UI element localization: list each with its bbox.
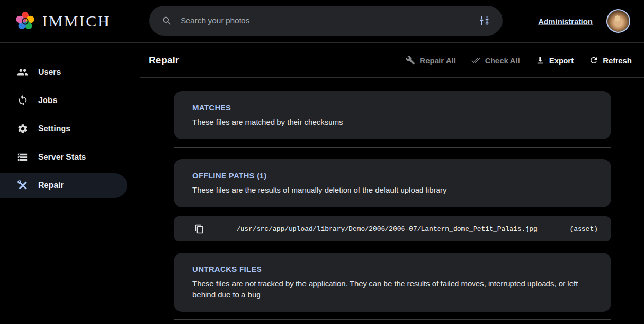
file-path: /usr/src/app/upload/library/Demo/2006/20… <box>204 225 569 233</box>
sync-icon <box>17 95 28 106</box>
untracked-files-title: UNTRACKS FILES <box>192 265 593 274</box>
matches-title: MATCHES <box>192 103 593 112</box>
sidebar-item-repair[interactable]: Repair <box>0 173 127 198</box>
sidebar-item-settings[interactable]: Settings <box>0 114 140 143</box>
offline-paths-title: OFFLINE PATHS (1) <box>192 171 593 180</box>
copy-path-button[interactable] <box>194 224 204 234</box>
main-panel: Repair Repair All Check All Export Refre… <box>140 43 644 324</box>
copy-icon <box>194 224 204 234</box>
section-divider <box>174 319 611 320</box>
sidebar-label: Repair <box>38 181 64 190</box>
double-check-icon <box>471 56 480 65</box>
section-divider <box>174 147 611 148</box>
matches-description: These files are matched by their checksu… <box>192 116 593 127</box>
refresh-icon <box>589 56 598 65</box>
sidebar-item-users[interactable]: Users <box>0 58 140 86</box>
search-filters-icon[interactable] <box>479 15 490 26</box>
sidebar-label: Server Stats <box>38 152 86 162</box>
check-all-button[interactable]: Check All <box>471 56 520 65</box>
top-bar: IMMICH Administration <box>0 0 644 43</box>
wrench-icon <box>406 56 415 65</box>
repair-all-button[interactable]: Repair All <box>406 56 455 65</box>
sidebar-item-jobs[interactable]: Jobs <box>0 86 140 114</box>
sidebar-label: Users <box>38 67 61 77</box>
page-title: Repair <box>149 55 179 66</box>
offline-path-row[interactable]: /usr/src/app/upload/library/Demo/2006/20… <box>174 216 611 241</box>
user-avatar[interactable] <box>606 9 630 33</box>
gear-icon <box>17 123 28 134</box>
sidebar-label: Settings <box>38 124 70 133</box>
tools-icon <box>17 180 28 191</box>
asset-tag: (asset) <box>569 225 598 233</box>
admin-sidebar: Users Jobs Settings Server Stats Repair <box>0 43 140 199</box>
server-icon <box>17 151 28 163</box>
immich-flower-icon <box>14 10 36 32</box>
administration-link[interactable]: Administration <box>538 17 593 26</box>
repair-content: MATCHES These files are matched by their… <box>140 78 644 320</box>
refresh-button[interactable]: Refresh <box>589 56 632 65</box>
offline-paths-description: These files are the results of manually … <box>192 184 593 195</box>
untracked-files-description: These files are not tracked by the appli… <box>192 278 593 300</box>
sidebar-item-server-stats[interactable]: Server Stats <box>0 143 140 171</box>
offline-paths-card: OFFLINE PATHS (1) These files are the re… <box>174 159 611 207</box>
immich-logo[interactable]: IMMICH <box>14 10 111 32</box>
brand-title: IMMICH <box>42 12 111 30</box>
page-header: Repair Repair All Check All Export Refre… <box>140 43 644 78</box>
users-icon <box>17 66 28 78</box>
sidebar-label: Jobs <box>38 96 57 105</box>
search-input[interactable] <box>181 16 471 25</box>
untracked-files-card: UNTRACKS FILES These files are not track… <box>174 253 611 312</box>
matches-card: MATCHES These files are matched by their… <box>174 91 611 139</box>
export-button[interactable]: Export <box>535 56 574 65</box>
download-icon <box>535 56 545 65</box>
header-actions: Repair All Check All Export Refresh <box>406 56 632 65</box>
search-bar[interactable] <box>149 6 503 36</box>
search-icon <box>162 15 172 26</box>
